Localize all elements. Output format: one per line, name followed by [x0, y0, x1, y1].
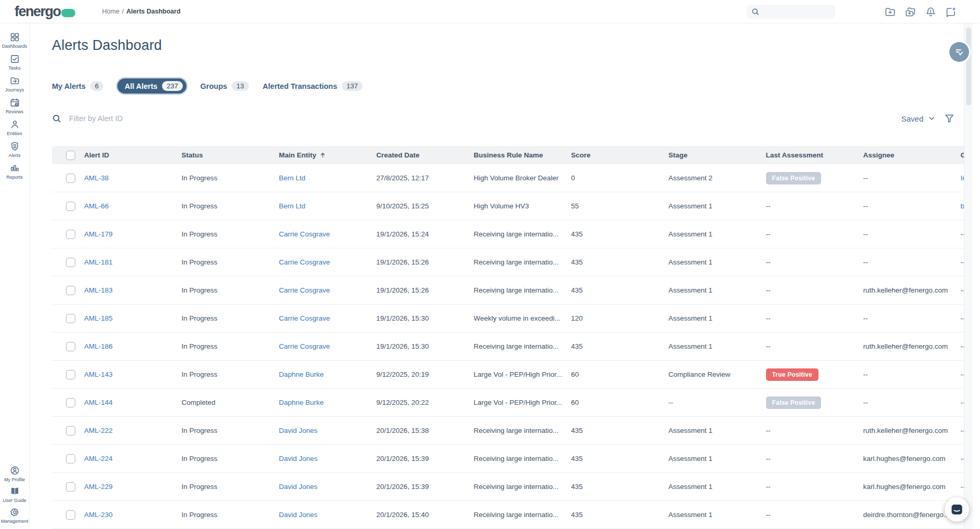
tab-count-badge: 237 — [162, 81, 183, 91]
alert-id-link[interactable]: AML-185 — [84, 314, 182, 322]
alert-id-link[interactable]: AML-183 — [84, 286, 182, 294]
entity-link[interactable]: David Jones — [279, 427, 377, 434]
tab-groups[interactable]: Groups13 — [200, 81, 249, 91]
row-checkbox[interactable] — [66, 230, 75, 239]
column-header-created-date[interactable]: Created Date — [377, 151, 474, 159]
filter-alert-id-input[interactable] — [69, 114, 381, 123]
alert-id-link[interactable]: AML-179 — [84, 230, 182, 238]
row-checkbox[interactable] — [66, 482, 75, 492]
row-checkbox[interactable] — [66, 426, 75, 435]
entity-link[interactable]: David Jones — [279, 483, 377, 491]
sidebar-item-entities[interactable]: Entities — [0, 119, 30, 136]
folder-export-icon[interactable] — [905, 6, 916, 18]
alert-id-link[interactable]: AML-224 — [84, 455, 182, 462]
breadcrumb-home[interactable]: Home — [102, 8, 119, 15]
row-checkbox[interactable] — [66, 314, 75, 323]
row-checkbox[interactable] — [66, 202, 75, 211]
breadcrumb-current: Alerts Dashboard — [126, 8, 180, 15]
entity-link[interactable]: Daphne Burke — [279, 399, 377, 406]
entity-link[interactable]: Bern Ltd — [279, 202, 377, 210]
table-body: AML-38In ProgressBern Ltd27/8/2025, 12:1… — [52, 164, 980, 529]
sidebar-item-journeys[interactable]: Journeys — [0, 75, 30, 92]
alert-id-link[interactable]: AML-181 — [84, 258, 182, 266]
sidebar-item-my-profile[interactable]: My Profile — [0, 465, 30, 482]
assignee-cell: -- — [863, 399, 961, 406]
folder-add-icon[interactable] — [884, 6, 896, 18]
assignee-cell: karl.hughes@fenergo.com — [863, 483, 961, 491]
scrollbar-thumb[interactable] — [966, 28, 971, 105]
entity-link[interactable]: Carrie Cosgrave — [279, 286, 377, 294]
alert-id-link[interactable]: AML-229 — [84, 483, 182, 491]
sidebar-item-management[interactable]: Management — [0, 507, 30, 524]
created-date-cell: 19/1/2026, 15:24 — [377, 230, 474, 238]
sort-asc-icon — [319, 152, 326, 158]
saved-filters-dropdown[interactable]: Saved — [901, 114, 923, 123]
entity-link[interactable]: David Jones — [279, 455, 377, 462]
row-checkbox[interactable] — [66, 258, 75, 267]
created-date-cell: 20/1/2026, 15:39 — [377, 455, 474, 462]
sidebar-item-dashboards[interactable]: Dashboards — [0, 32, 30, 49]
created-date-cell: 19/1/2026, 15:26 — [377, 286, 474, 294]
compose-ai-icon[interactable] — [945, 6, 957, 18]
created-date-cell: 20/1/2026, 15:39 — [377, 483, 474, 491]
vertical-scrollbar[interactable] — [964, 23, 980, 529]
select-all-checkbox[interactable] — [66, 151, 75, 160]
profile-icon — [10, 465, 20, 475]
entity-link[interactable]: Carrie Cosgrave — [279, 314, 377, 322]
column-header-business-rule-name[interactable]: Business Rule Name — [474, 151, 571, 159]
entity-link[interactable]: Bern Ltd — [279, 174, 377, 182]
column-header-last-assessment[interactable]: Last Assessment — [766, 151, 864, 159]
alert-id-link[interactable]: AML-222 — [84, 427, 182, 434]
tab-label: My Alerts — [52, 82, 86, 90]
sidebar-item-user-guide[interactable]: User Guide — [0, 486, 30, 503]
tab-label: Alerted Transactions — [263, 82, 337, 90]
entity-link[interactable]: Daphne Burke — [279, 371, 377, 378]
filter-funnel-icon[interactable] — [944, 113, 955, 124]
table-row: AML-222In ProgressDavid Jones20/1/2026, … — [52, 417, 980, 445]
row-checkbox[interactable] — [66, 370, 75, 379]
sidebar-item-tasks[interactable]: Tasks — [0, 54, 30, 71]
alert-id-link[interactable]: AML-144 — [84, 399, 182, 406]
chevron-down-icon[interactable] — [928, 115, 935, 122]
sidebar-item-reports[interactable]: Reports — [0, 163, 30, 180]
row-checkbox[interactable] — [66, 342, 75, 351]
score-cell: 60 — [571, 371, 669, 378]
column-header-stage[interactable]: Stage — [668, 151, 766, 159]
alert-id-link[interactable]: AML-230 — [84, 511, 182, 519]
alert-id-link[interactable]: AML-143 — [84, 371, 182, 378]
column-header-assignee[interactable]: Assignee — [863, 151, 961, 159]
entity-link[interactable]: Carrie Cosgrave — [279, 230, 377, 238]
task-checklist-button[interactable] — [949, 42, 969, 62]
score-cell: 435 — [571, 258, 669, 266]
score-cell: 60 — [571, 399, 669, 406]
row-checkbox[interactable] — [66, 454, 75, 464]
chat-messenger-button[interactable] — [945, 497, 969, 522]
assignee-cell: -- — [863, 174, 961, 182]
status-cell: In Progress — [182, 483, 279, 491]
row-checkbox[interactable] — [66, 398, 75, 407]
alert-id-link[interactable]: AML-66 — [84, 202, 182, 210]
column-header-main-entity[interactable]: Main Entity — [279, 151, 377, 159]
entity-link[interactable]: Carrie Cosgrave — [279, 342, 377, 350]
filter-row: Saved — [52, 109, 980, 128]
entity-link[interactable]: David Jones — [279, 511, 377, 519]
tab-alerted-transactions[interactable]: Alerted Transactions137 — [263, 81, 363, 91]
entity-link[interactable]: Carrie Cosgrave — [279, 258, 377, 266]
row-checkbox[interactable] — [66, 174, 75, 183]
tab-my-alerts[interactable]: My Alerts6 — [52, 81, 103, 91]
alert-id-link[interactable]: AML-38 — [84, 174, 182, 182]
sidebar-item-alerts[interactable]: Alerts — [0, 141, 30, 158]
column-header-alert-id[interactable]: Alert ID — [84, 151, 182, 159]
row-checkbox[interactable] — [66, 286, 75, 295]
business-rule-cell: High Volume Broker Dealer — [474, 174, 571, 182]
column-header-score[interactable]: Score — [571, 151, 669, 159]
tab-all-alerts[interactable]: All Alerts237 — [117, 78, 186, 94]
fenergo-logo[interactable]: fenergo — [15, 4, 75, 20]
notifications-bell-icon[interactable] — [925, 6, 936, 18]
row-checkbox[interactable] — [66, 510, 75, 520]
global-search-input[interactable] — [760, 8, 827, 16]
alert-filter — [52, 109, 980, 128]
column-header-status[interactable]: Status — [182, 151, 279, 159]
sidebar-item-reviews[interactable]: Reviews — [0, 97, 30, 114]
alert-id-link[interactable]: AML-186 — [84, 342, 182, 350]
